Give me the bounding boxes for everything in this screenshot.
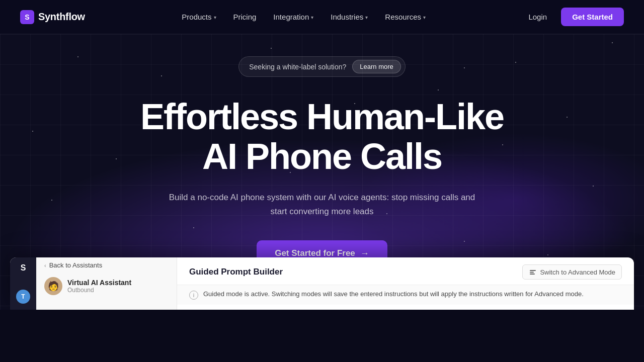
nav-actions: Login Get Started	[522, 8, 624, 26]
integration-chevron-icon: ▾	[311, 15, 313, 20]
assistant-type: Outbound	[67, 287, 131, 294]
app-main-header: Guided Prompt Builder Switch to Advanced…	[177, 257, 634, 285]
learn-more-button[interactable]: Learn more	[352, 60, 400, 73]
resources-chevron-icon: ▾	[423, 15, 426, 20]
nav-get-started-button[interactable]: Get Started	[561, 8, 624, 26]
navbar: S Synthflow Products ▾ Pricing Integrati…	[0, 0, 644, 34]
back-to-assistants[interactable]: ‹ Back to Assistants	[36, 257, 177, 273]
app-left-sidebar: S T	[10, 257, 36, 310]
logo[interactable]: S Synthflow	[20, 10, 85, 24]
banner-text: Seeking a white-label solution?	[249, 63, 346, 71]
products-chevron-icon: ▾	[214, 15, 216, 20]
nav-integration[interactable]: Integration ▾	[266, 9, 320, 25]
back-label: Back to Assistants	[49, 261, 103, 269]
assistant-avatar: 🧑	[44, 277, 62, 295]
white-label-banner: Seeking a white-label solution? Learn mo…	[238, 56, 406, 77]
app-notice: i Guided mode is active. Switching modes…	[177, 285, 634, 305]
notice-text: Guided mode is active. Switching modes w…	[203, 290, 584, 298]
hero-section: Seeking a white-label solution? Learn mo…	[0, 34, 644, 310]
headline-line2: AI Phone Calls	[202, 136, 442, 176]
svg-rect-3	[530, 272, 534, 273]
logo-icon: S	[20, 10, 34, 24]
assistant-list-item[interactable]: 🧑 Virtual AI Assistant Outbound	[36, 273, 177, 299]
svg-rect-2	[530, 270, 536, 271]
notice-info-icon: i	[189, 291, 198, 300]
switch-icon	[529, 268, 537, 276]
hero-subtitle: Build a no-code AI phone system with our…	[161, 191, 483, 218]
app-main-content: Guided Prompt Builder Switch to Advanced…	[177, 257, 634, 310]
user-avatar[interactable]: T	[16, 290, 30, 304]
switch-advanced-button[interactable]: Switch to Advanced Mode	[522, 264, 622, 280]
svg-text:S: S	[25, 13, 29, 21]
switch-advanced-label: Switch to Advanced Mode	[540, 268, 615, 276]
hero-headline: Effortless Human-Like AI Phone Calls	[140, 97, 504, 176]
app-panel: S T ‹ Back to Assistants 🧑 Virtual AI As…	[10, 257, 634, 310]
industries-chevron-icon: ▾	[365, 15, 368, 20]
svg-rect-4	[530, 274, 535, 275]
nav-industries[interactable]: Industries ▾	[324, 9, 375, 25]
nav-products[interactable]: Products ▾	[175, 9, 223, 25]
nav-links: Products ▾ Pricing Integration ▾ Industr…	[175, 9, 433, 25]
nav-pricing[interactable]: Pricing	[226, 9, 264, 25]
app-s-logo: S	[21, 263, 26, 273]
logo-text: Synthflow	[38, 11, 85, 23]
assistant-name: Virtual AI Assistant	[67, 279, 131, 287]
headline-line1: Effortless Human-Like	[140, 97, 504, 137]
login-button[interactable]: Login	[522, 9, 553, 25]
back-chevron-icon: ‹	[44, 262, 46, 268]
nav-resources[interactable]: Resources ▾	[378, 9, 433, 25]
guided-prompt-title: Guided Prompt Builder	[189, 267, 283, 277]
app-sidebar: ‹ Back to Assistants 🧑 Virtual AI Assist…	[36, 257, 177, 310]
